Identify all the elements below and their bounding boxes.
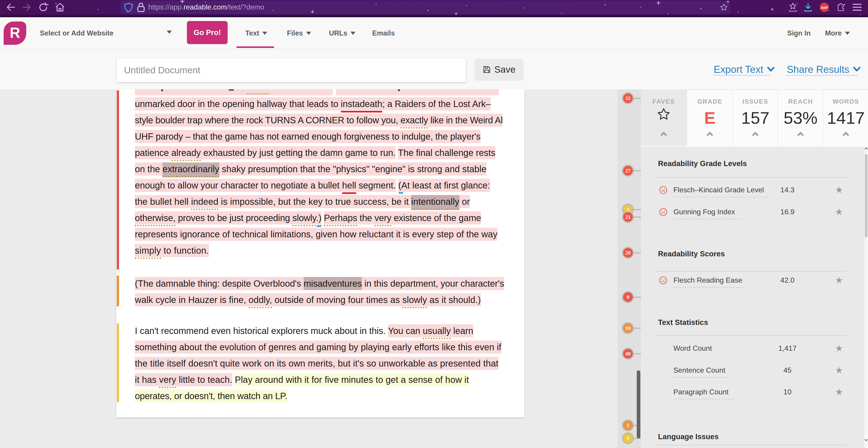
- svg-text:ABP: ABP: [821, 6, 828, 9]
